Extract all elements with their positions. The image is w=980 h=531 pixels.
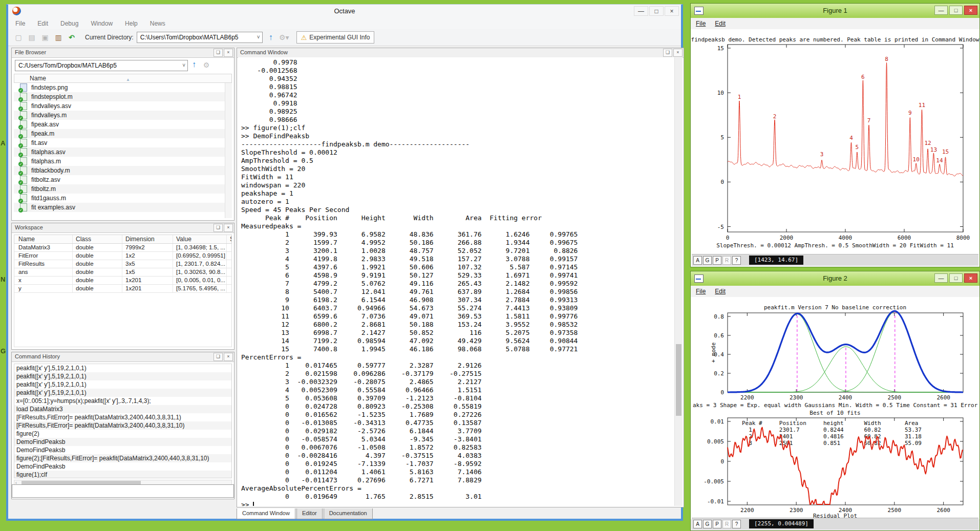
file-row[interactable]: fipeak.asv — [14, 120, 225, 129]
history-entry[interactable]: DemoFindPeaksb — [14, 446, 231, 454]
tab-editor[interactable]: Editor — [296, 508, 323, 519]
grid-button[interactable]: G — [703, 520, 712, 528]
menu-edit[interactable]: Edit — [715, 20, 726, 27]
file-row[interactable]: findstepsplot.m — [14, 92, 225, 101]
history-entry[interactable]: peakfit([x' y'],5,19,2,1,0,1) — [14, 389, 231, 397]
file-list-name-header[interactable]: Name ▲ — [14, 74, 232, 83]
tab-documentation[interactable]: Documentation — [324, 508, 373, 519]
menu-window[interactable]: Window — [91, 20, 113, 27]
maximize-button[interactable]: □ — [649, 6, 664, 16]
command-history-header[interactable]: Command History ❏ × — [12, 352, 234, 362]
workspace-column-headers[interactable]: Name Class Dimension Value Storage — [14, 235, 232, 244]
minimize-button[interactable]: — — [934, 273, 948, 283]
axes-button[interactable]: A — [693, 256, 702, 265]
workspace-row[interactable]: DataMatrix3double7999x2[1, 0.34698; 1.5,… — [14, 244, 231, 252]
workspace-row[interactable]: FitResultsdouble3x5[1, 2301.7, 0.824... — [14, 260, 231, 268]
undock-icon[interactable]: ❏ — [214, 224, 223, 232]
help-button[interactable]: ? — [732, 520, 741, 528]
chevron-down-icon[interactable]: ˅ — [182, 60, 185, 71]
chevron-down-icon[interactable]: ˅ — [257, 32, 260, 43]
history-entry[interactable]: x=[0:.005:1];y=humps(x);peakfit([x' y'],… — [14, 397, 231, 405]
workspace-row[interactable]: FitErrordouble1x2[0.69952, 0.99951] — [14, 252, 231, 260]
history-entry[interactable]: peakfit([x' y'],5,19,2,1,0,1) — [14, 380, 231, 389]
file-row[interactable]: fitd1gauss.m — [14, 194, 225, 203]
undock-icon[interactable]: ❏ — [663, 49, 672, 57]
file-browser-path-combobox[interactable]: C:/Users/Tom/Dropbox/MATLAB6p5˅ — [15, 60, 188, 71]
file-row[interactable]: findvalleys.asv — [14, 101, 225, 111]
menu-file[interactable]: File — [696, 288, 706, 295]
workspace-row[interactable]: xdouble1x201[0, 0.005, 0.01, 0... — [14, 277, 231, 285]
help-button[interactable]: ? — [732, 256, 741, 265]
history-entry[interactable]: figure(2) — [14, 430, 231, 438]
folder-up-icon[interactable]: ↑ — [189, 60, 199, 69]
figure1-titlebar[interactable]: Figure 1 — □ × — [691, 4, 979, 18]
file-browser-header[interactable]: File Browser ❏ × — [12, 48, 234, 58]
close-icon[interactable]: × — [224, 49, 233, 57]
undock-icon[interactable]: ❏ — [214, 49, 223, 57]
minimize-button[interactable]: — — [934, 6, 948, 15]
file-row[interactable]: fit.asv — [14, 138, 225, 147]
close-button[interactable]: × — [964, 6, 977, 15]
close-button[interactable]: × — [665, 6, 679, 16]
menu-help[interactable]: Help — [125, 20, 138, 27]
minimize-button[interactable]: — — [634, 6, 648, 16]
command-history-filter-input[interactable] — [12, 484, 234, 498]
tab-command-window[interactable]: Command Window — [237, 508, 295, 519]
history-entry[interactable]: load DataMatrix3 — [14, 405, 231, 413]
scrollbar-thumb[interactable] — [676, 344, 681, 416]
file-list-scrollbar[interactable] — [225, 83, 232, 218]
history-entry[interactable]: DemoFindPeaksb — [14, 438, 231, 446]
history-entry[interactable]: peakfit([x' y'],5,19,2,1,0,1) — [14, 364, 231, 372]
menu-news[interactable]: News — [150, 20, 165, 27]
copy-icon[interactable]: ▣ — [40, 32, 50, 43]
close-icon[interactable]: × — [673, 49, 683, 57]
history-entry[interactable]: figure(2);[FitResults,FitError]= peakfit… — [14, 454, 231, 462]
file-row[interactable]: findsteps.png — [14, 83, 225, 92]
undo-icon[interactable]: ↶ — [67, 32, 77, 43]
axes-button[interactable]: A — [693, 520, 702, 528]
experimental-gui-info-button[interactable]: ⚠ Experimental GUI Info — [296, 31, 375, 44]
paste-icon[interactable]: ▥ — [53, 32, 63, 43]
file-row[interactable]: fitboltz.m — [14, 184, 225, 194]
workspace-header[interactable]: Workspace ❏ × — [12, 223, 234, 233]
menu-file[interactable]: File — [696, 20, 706, 27]
file-row[interactable]: fitboltz.asv — [14, 175, 225, 184]
figure2-titlebar[interactable]: Figure 2 — □ × — [691, 271, 979, 286]
menu-edit[interactable]: Edit — [37, 20, 48, 27]
command-window-header[interactable]: Command Window ❏ × — [237, 48, 684, 58]
menu-file[interactable]: File — [15, 20, 25, 27]
maximize-button[interactable]: □ — [949, 6, 963, 15]
undock-icon[interactable]: ❏ — [214, 353, 223, 361]
maximize-button[interactable]: □ — [949, 273, 963, 283]
close-icon[interactable]: × — [224, 224, 233, 232]
directory-up-icon[interactable]: ↑ — [266, 33, 276, 42]
history-entry[interactable]: figure(1);clf — [14, 471, 231, 478]
rotate-button[interactable]: R — [722, 520, 731, 528]
history-entry[interactable]: [FitResults,FitError]= peakfit(DataMatri… — [14, 421, 231, 430]
workspace-row[interactable]: ydouble1x201[5.1765, 5.4956, ... — [14, 285, 231, 293]
workspace-row[interactable]: ansdouble1x5[1, 0.30263, 90.8... — [14, 268, 231, 277]
close-icon[interactable]: × — [224, 353, 233, 361]
gear-icon[interactable]: ⚙▾ — [279, 33, 289, 41]
octave-titlebar[interactable]: Octave — □ × — [8, 5, 681, 18]
gear-icon[interactable]: ⚙ — [201, 61, 211, 69]
file-row[interactable]: fitalphas.asv — [14, 147, 225, 157]
pan-button[interactable]: P — [713, 256, 721, 265]
file-row[interactable]: fitalphas.m — [14, 157, 225, 166]
file-row[interactable]: fipeak.m — [14, 129, 225, 138]
command-window-output[interactable]: 0.9978 -0.0012568 0.94352 0.98815 0.9674… — [238, 57, 675, 506]
grid-button[interactable]: G — [703, 256, 712, 265]
open-file-icon[interactable]: ▤ — [27, 32, 37, 43]
history-entry[interactable]: peakfit([x' y'],5,19,2,1,0,1) — [14, 372, 231, 380]
rotate-button[interactable]: R — [722, 256, 731, 265]
history-entry[interactable]: [FitResults,FitError]= peakfit(DataMatri… — [14, 413, 231, 421]
command-window-scrollbar[interactable] — [674, 57, 683, 506]
current-directory-combobox[interactable]: C:\Users\Tom\Dropbox\MATLAB6p5˅ — [137, 32, 263, 43]
close-button[interactable]: × — [964, 273, 977, 283]
new-file-icon[interactable]: ▢ — [13, 32, 24, 43]
history-entry[interactable]: DemoFindPeaksb — [14, 462, 231, 471]
pan-button[interactable]: P — [713, 520, 721, 528]
menu-debug[interactable]: Debug — [60, 20, 78, 27]
file-row[interactable]: findvalleys.m — [14, 111, 225, 120]
file-row[interactable]: fitblackbody.m — [14, 166, 225, 175]
